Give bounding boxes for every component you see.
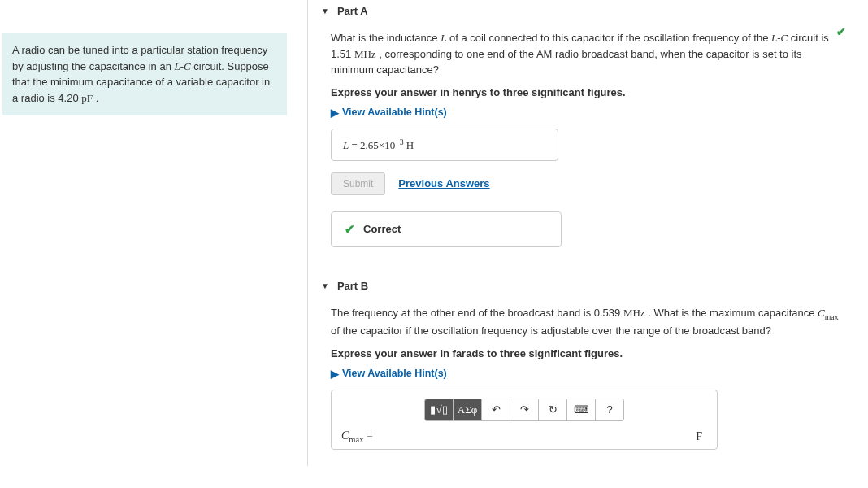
lc-term: L-C	[771, 32, 788, 44]
part-b-title: Part B	[337, 280, 368, 292]
check-icon: ✔	[836, 25, 846, 38]
part-b-question: The frequency at the other end of the br…	[331, 305, 846, 339]
undo-button[interactable]: ↶	[482, 399, 510, 420]
answer-eq: =	[349, 139, 360, 151]
symbol-c: C	[818, 307, 825, 319]
toolbar-wrap: ▮√▯ ΑΣφ ↶ ↷ ↻ ⌨ ?	[341, 399, 707, 421]
reset-icon: ↻	[549, 403, 558, 416]
keyboard-button[interactable]: ⌨	[567, 399, 596, 420]
qtext: of the capacitor if the oscillation freq…	[331, 325, 771, 337]
lhs-eq: =	[363, 429, 372, 442]
feedback-text: Correct	[363, 223, 401, 235]
symbol-c-sub: max	[825, 312, 839, 320]
help-icon: ?	[606, 403, 612, 416]
problem-intro-panel: A radio can be tuned into a particular s…	[2, 33, 287, 115]
hints-label: View Available Hint(s)	[342, 107, 447, 118]
lhs-sub: max	[349, 434, 363, 443]
symbols-button[interactable]: ΑΣφ	[454, 399, 482, 420]
answer-entry-box: ▮√▯ ΑΣφ ↶ ↷ ↻ ⌨ ? Cmax = F	[331, 390, 718, 450]
part-b-body: The frequency at the other end of the br…	[308, 297, 862, 466]
caret-down-icon: ▼	[321, 7, 329, 15]
equation-toolbar: ▮√▯ ΑΣφ ↶ ↷ ↻ ⌨ ?	[424, 399, 624, 421]
part-a-title: Part A	[337, 5, 368, 17]
caret-down-icon: ▼	[321, 281, 329, 290]
view-hints-link[interactable]: ▶ View Available Hint(s)	[331, 368, 846, 380]
redo-button[interactable]: ↷	[510, 399, 539, 420]
qtext: , corresponding to one end of the AM rad…	[331, 48, 802, 76]
answer-display: L = 2.65×10−3 H	[331, 129, 558, 161]
answer-value: 2.65×10	[360, 139, 395, 151]
part-a-instruction: Express your answer in henrys to three s…	[331, 86, 846, 98]
divider	[308, 264, 862, 275]
view-hints-link[interactable]: ▶ View Available Hint(s)	[331, 107, 846, 119]
feedback-box: ✔ Correct	[331, 211, 562, 247]
answer-unit: F	[689, 430, 707, 443]
qtext: The frequency at the other end of the br…	[331, 307, 623, 319]
lhs-var: C	[341, 429, 349, 442]
qtext: What is the inductance	[331, 32, 441, 44]
part-a-header[interactable]: ▼ Part A	[308, 0, 862, 22]
answer-lhs: Cmax =	[341, 429, 378, 444]
submit-button[interactable]: Submit	[331, 172, 385, 195]
caret-right-icon: ▶	[331, 107, 339, 119]
button-row: Submit Previous Answers	[331, 172, 846, 195]
unit-mhz: MHz	[623, 307, 645, 319]
reset-button[interactable]: ↻	[539, 399, 567, 420]
intro-text-3: .	[93, 92, 98, 104]
keyboard-icon: ⌨	[574, 403, 589, 416]
answer-entry-row: Cmax = F	[341, 428, 707, 446]
part-b-header[interactable]: ▼ Part B	[308, 275, 862, 297]
previous-answers-link[interactable]: Previous Answers	[398, 177, 489, 190]
help-button[interactable]: ?	[596, 399, 623, 420]
unit-pf: pF	[81, 92, 93, 104]
lc-term: L-C	[174, 60, 190, 72]
qtext: of a coil connected to this capacitor if…	[446, 32, 771, 44]
check-icon: ✔	[345, 222, 355, 237]
redo-icon: ↷	[520, 403, 529, 416]
part-a-body: ✔ What is the inductance L of a coil con…	[308, 22, 862, 264]
templates-button[interactable]: ▮√▯	[425, 399, 454, 420]
caret-right-icon: ▶	[331, 368, 339, 380]
part-b-instruction: Express your answer in farads to three s…	[331, 347, 846, 359]
main-panel: ▼ Part A ✔ What is the inductance L of a…	[307, 0, 862, 466]
answer-unit: H	[404, 139, 414, 151]
answer-input[interactable]	[378, 428, 689, 446]
hints-label: View Available Hint(s)	[342, 368, 447, 379]
answer-exponent: −3	[395, 137, 403, 146]
part-a-question: What is the inductance L of a coil conne…	[331, 30, 846, 78]
undo-icon: ↶	[492, 403, 501, 416]
qtext: . What is the maximum capacitance	[645, 307, 818, 319]
unit-mhz: MHz	[354, 48, 376, 60]
